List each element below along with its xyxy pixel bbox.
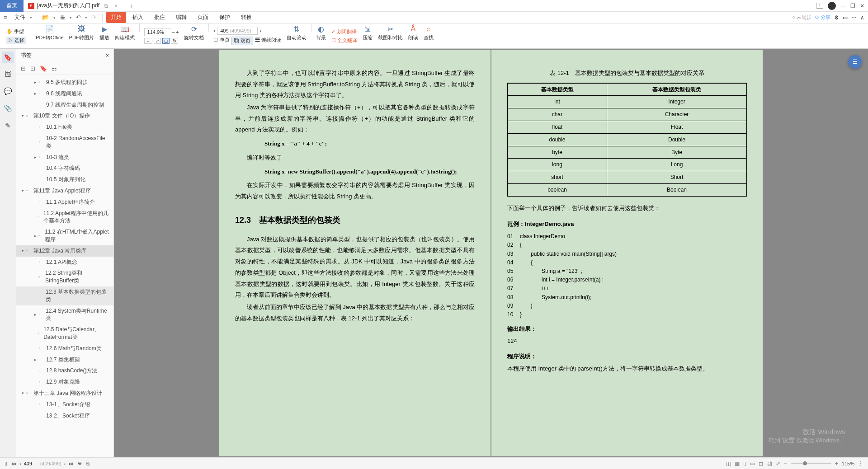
pdf-to-image[interactable]: 🖼PDF转图片 <box>66 23 97 48</box>
rotate-button[interactable]: ⟳旋转文档 <box>181 23 207 48</box>
page-input[interactable]: 409(409/499) <box>217 27 258 35</box>
bookmark-item[interactable]: ▸▫9.5 多线程的同步 <box>16 77 113 88</box>
status-panel-icon[interactable]: ▯ <box>5 460 7 466</box>
next-page-icon[interactable]: › <box>259 28 261 33</box>
expand-all-icon[interactable]: ⊟ <box>21 65 26 72</box>
fit-page-icon[interactable]: ⤢ <box>154 38 161 44</box>
bookmark-item[interactable]: ▫12.3 基本数据类型的包装类 <box>16 286 113 305</box>
double-page[interactable]: ⿻ 双页 <box>231 37 253 45</box>
add-bookmark-icon[interactable]: 🔖 <box>40 65 47 72</box>
bookmark-item[interactable]: ▸▫11.2 在HTML中嵌入Applet程序 <box>16 226 113 245</box>
open-icon[interactable]: 📂 <box>40 14 52 21</box>
window-count-badge[interactable]: 1 <box>816 3 823 9</box>
menu-protect[interactable]: 保护 <box>215 12 235 23</box>
menu-page[interactable]: 页面 <box>193 12 213 23</box>
bookmark-item[interactable]: ▫10.5 对象序列化 <box>16 174 113 185</box>
full-translate[interactable]: ☐ 全文翻译 <box>331 37 357 44</box>
word-translate[interactable]: ✓ 划词翻译 <box>331 28 357 35</box>
bookmark-strip-icon[interactable]: 🔖 <box>2 52 14 63</box>
add-tab-button[interactable]: + <box>124 2 138 9</box>
menu-convert[interactable]: 转换 <box>236 12 256 23</box>
file-menu[interactable]: 文件 <box>12 14 28 21</box>
thumbnail-strip-icon[interactable]: 🖼 <box>3 69 13 80</box>
minimize-button[interactable]: — <box>840 3 846 9</box>
zoom-out-icon[interactable]: − <box>172 29 175 35</box>
bookmark-item[interactable]: ▫12.5 Date与Calendar、DateFormat类 <box>16 324 113 343</box>
view-mode-1-icon[interactable]: ◫ <box>726 460 731 467</box>
settings-icon[interactable]: ⚙ <box>834 14 839 21</box>
bookmark-item[interactable]: ▫10-2 RandomAccessFile类 <box>16 133 113 152</box>
more-icon[interactable]: ⋯ <box>851 14 857 21</box>
continuous-read[interactable]: ☰ 连续阅读 <box>255 37 281 45</box>
view-mode-3-icon[interactable]: ▯ <box>743 460 746 467</box>
hand-tool[interactable]: ✋ 手型 <box>6 28 26 35</box>
undo-icon[interactable]: ↶ <box>74 14 83 21</box>
select-tool[interactable]: ▷ 选择 <box>6 37 26 44</box>
zoom-percent[interactable]: 115% <box>842 461 854 466</box>
menu-annotate[interactable]: 批注 <box>150 12 170 23</box>
bookmark-item[interactable]: ▫11.1 Applet程序简介 <box>16 197 113 208</box>
bookmark-item[interactable]: ▸▫9.6 线程间通讯 <box>16 88 113 99</box>
collapse-ribbon-icon[interactable]: ∧ <box>860 14 864 21</box>
view-mode-7-icon[interactable]: ⤢ <box>776 460 780 467</box>
fit-width-icon[interactable]: ↔ <box>144 38 152 44</box>
bookmark-item[interactable]: ▸▫12.4 System类与Runtime类 <box>16 305 113 324</box>
play-button[interactable]: ▶播放 <box>97 23 112 48</box>
bookmark-item[interactable]: ▫12.9 对象克隆 <box>16 376 113 388</box>
redo-icon[interactable]: ↷ <box>89 14 99 21</box>
bookmark-item[interactable]: ▫13-2、Socket程序 <box>16 410 113 422</box>
auto-scroll[interactable]: ⇅自动滚动 <box>284 23 309 48</box>
tray-icon[interactable]: ▭ <box>843 14 848 21</box>
find-button[interactable]: ⌕查找 <box>421 23 436 48</box>
single-page[interactable]: ☐ 单页 <box>213 37 229 45</box>
edit-strip-icon[interactable]: ✎ <box>3 120 13 131</box>
view-mode-2-icon[interactable]: ▦ <box>735 460 740 467</box>
status-more-icon[interactable]: ⋮ <box>858 460 863 467</box>
print-icon[interactable]: 🖶 <box>57 14 68 21</box>
file-tab[interactable]: P java从一无所知到入门.pdf ⧉ × <box>24 0 124 12</box>
sync-status[interactable]: ○ 未同步 <box>792 14 811 21</box>
bookmark-item[interactable]: ▫12.1 API概念 <box>16 257 113 268</box>
actual-size-icon[interactable]: ◻ <box>162 38 170 44</box>
bookmark-item[interactable]: ▫9.7 线程生命周期的控制 <box>16 99 113 111</box>
bookmark-item[interactable]: ▫10.4 字符编码 <box>16 163 113 174</box>
document-viewport[interactable]: ☰ 入到了字符串中，也可以转置字符串中原来的内容。一旦通过 StringBuff… <box>114 49 868 457</box>
prev-page-icon[interactable]: ‹ <box>213 28 215 33</box>
zoom-in-status-icon[interactable]: + <box>835 460 838 467</box>
zoom-slider[interactable] <box>791 463 831 464</box>
background-button[interactable]: ◐背景 <box>313 23 329 48</box>
bookmark-item[interactable]: ▾▫第11章 Java Applet程序 <box>16 185 113 197</box>
status-exit-icon[interactable]: ⎘ <box>86 461 90 466</box>
bookmark-item[interactable]: ▫12.2 String类和StringBuffer类 <box>16 267 113 286</box>
file-dropdown-icon[interactable]: ▾ <box>30 15 32 20</box>
first-page-icon[interactable]: ⏮ <box>12 461 17 466</box>
bookmark-item[interactable]: ▫13-1、Socket介绍 <box>16 399 113 410</box>
home-tab[interactable]: 首页 <box>0 0 24 12</box>
next-page-icon[interactable]: › <box>64 461 66 466</box>
bookmark-item[interactable]: ▸▫12.7 类集框架 <box>16 354 113 366</box>
bookmark-item[interactable]: ▫12.6 Math与Random类 <box>16 343 113 354</box>
bookmark-item[interactable]: ▫12.8 hashCode()方法 <box>16 365 113 376</box>
bookmark-item[interactable]: ▸▫10-3 流类 <box>16 152 113 163</box>
bookmark-item[interactable]: ▾▫第12章 Java 常用类库 <box>16 245 113 257</box>
sidebar-close-icon[interactable]: × <box>106 52 109 59</box>
close-window-button[interactable]: ✕ <box>860 3 864 9</box>
maximize-button[interactable]: ❐ <box>850 3 855 9</box>
prev-page-icon[interactable]: ‹ <box>19 461 21 466</box>
loop-icon[interactable]: ↻ <box>171 38 178 44</box>
bookmark-item[interactable]: ▫11.2 Applet程序中使用的几个基本方法 <box>16 208 113 227</box>
share-button[interactable]: ⟳ 分享 <box>815 14 830 21</box>
bookmark-settings-icon[interactable]: ⚏ <box>52 65 57 72</box>
bookmark-item[interactable]: ▾▫第十三章 Java 网络程序设计 <box>16 388 113 399</box>
menu-insert[interactable]: 插入 <box>128 12 148 23</box>
zoom-input[interactable]: 114.9% <box>144 28 171 36</box>
tab-popup-icon[interactable]: ⧉ <box>102 3 110 9</box>
read-mode[interactable]: 📖阅读模式 <box>112 23 137 48</box>
pdf-to-office[interactable]: 📄PDF转Office <box>33 23 66 48</box>
attachment-strip-icon[interactable]: 📎 <box>2 103 14 114</box>
collapse-all-icon[interactable]: ⊡ <box>30 65 35 72</box>
tab-close-icon[interactable]: × <box>113 3 119 9</box>
comment-strip-icon[interactable]: 💬 <box>2 85 14 97</box>
view-mode-4-icon[interactable]: ▭ <box>750 460 755 467</box>
bookmark-item[interactable]: ▫10.1 File类 <box>16 122 113 133</box>
